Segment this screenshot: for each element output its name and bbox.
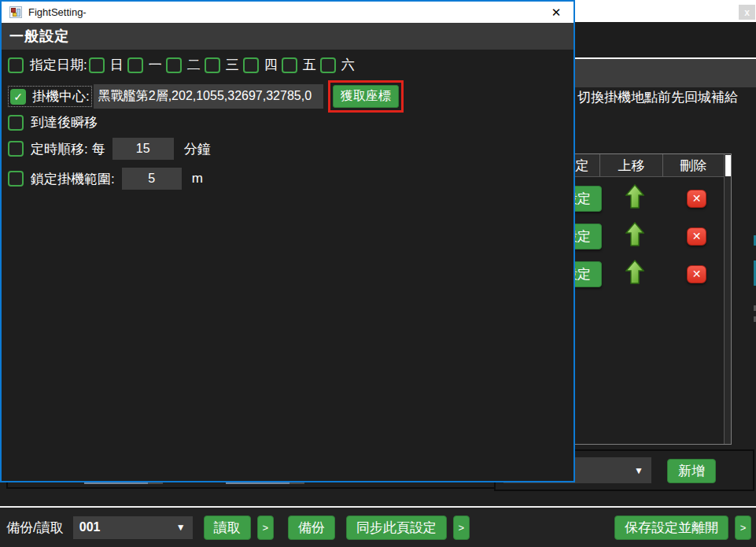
teleport-after-arrival-checkbox[interactable] — [8, 115, 24, 131]
groupbox-bottom-border — [6, 487, 494, 489]
lock-range-input[interactable] — [122, 168, 182, 190]
fight-setting-dialog: FightSetting- ✕ 一般設定 指定日期: 日 一 二 三 四 五 六 — [0, 0, 575, 482]
day-sun-checkbox[interactable] — [89, 57, 105, 73]
specify-date-row: 指定日期: 日 一 二 三 四 五 六 — [8, 56, 355, 74]
backup-read-label: 備份/讀取 — [6, 519, 64, 537]
move-up-icon[interactable] — [625, 184, 644, 213]
day-tue-label: 二 — [187, 56, 201, 74]
dialog-titlebar[interactable]: FightSetting- ✕ — [2, 2, 573, 23]
save-and-exit-button[interactable]: 保存設定並離開 — [614, 516, 728, 540]
sync-page-settings-button[interactable]: 同步此頁設定 — [346, 516, 447, 540]
get-coordinates-button[interactable]: 獲取座標 — [333, 85, 399, 108]
day-sat-label: 六 — [341, 56, 355, 74]
table-row: 設定 ✕ — [551, 183, 725, 214]
supply-note-label: 切換掛機地點前先回城補給 — [577, 88, 738, 106]
timed-move-minutes-input[interactable] — [112, 138, 174, 160]
day-thu-label: 四 — [264, 56, 278, 74]
delete-row-button[interactable]: ✕ — [687, 265, 706, 283]
day-sun-label: 日 — [110, 56, 124, 74]
day-wed-checkbox[interactable] — [205, 57, 220, 73]
hangup-center-checkbox[interactable]: ✓ — [10, 89, 26, 105]
background-close-button[interactable]: x — [739, 5, 755, 20]
hangup-center-label: 掛機中心: — [32, 87, 90, 105]
hangup-center-checkbox-group: ✓ 掛機中心: — [8, 86, 92, 107]
lock-range-label: 鎖定掛機範圍: — [31, 170, 115, 188]
lock-range-checkbox[interactable] — [8, 171, 24, 187]
lock-range-suffix: m — [192, 171, 203, 187]
app-form-icon — [9, 6, 22, 18]
day-sat-checkbox[interactable] — [320, 57, 336, 73]
day-fri-checkbox[interactable] — [282, 57, 297, 73]
column-header-delete: 刪除 — [663, 154, 724, 176]
timed-move-label: 定時順移: — [31, 140, 88, 158]
column-header-move-up: 上移 — [600, 154, 663, 176]
profile-dropdown[interactable]: 001 ▼ — [73, 516, 193, 539]
delete-row-button[interactable]: ✕ — [687, 190, 706, 208]
read-button[interactable]: 讀取 — [204, 516, 251, 540]
dialog-title: FightSetting- — [28, 6, 87, 18]
delete-row-button[interactable]: ✕ — [687, 227, 706, 246]
save-more-button[interactable]: > — [735, 516, 751, 540]
lock-range-row: 鎖定掛機範圍: m — [8, 168, 203, 190]
timed-move-checkbox[interactable] — [8, 141, 24, 157]
specify-date-checkbox[interactable] — [8, 57, 24, 73]
scrollbar-thumb[interactable] — [725, 155, 731, 176]
day-wed-label: 三 — [226, 56, 239, 74]
specify-date-label: 指定日期: — [30, 56, 87, 74]
hangup-points-table: 設定 上移 刪除 設定 ✕ 設定 — [551, 153, 732, 445]
sync-more-button[interactable]: > — [453, 516, 470, 540]
annotation-highlight-box: 獲取座標 — [328, 80, 404, 113]
move-up-icon[interactable] — [625, 260, 644, 288]
bottom-action-bar: 備份/讀取 001 ▼ 讀取 > 備份 同步此頁設定 > 保存設定並離開 > — [0, 508, 756, 547]
timed-move-suffix: 分鐘 — [184, 140, 211, 158]
hangup-center-row: ✓ 掛機中心: 獲取座標 — [8, 80, 404, 113]
backup-button[interactable]: 備份 — [288, 516, 335, 540]
add-button[interactable]: 新增 — [667, 459, 716, 483]
screen: x 切換掛機地點前先回城補給 設定 上移 刪除 設定 — [0, 0, 756, 547]
chevron-down-icon: ▼ — [176, 522, 186, 533]
table-row: 設定 ✕ — [551, 220, 725, 252]
close-icon[interactable]: ✕ — [547, 6, 566, 20]
teleport-after-arrival-row: 到達後瞬移 — [8, 113, 98, 131]
table-scrollbar[interactable] — [724, 154, 731, 444]
read-more-button[interactable]: > — [257, 516, 274, 540]
hangup-center-input[interactable] — [94, 84, 323, 109]
day-mon-label: 一 — [149, 56, 162, 74]
groupbox-left-border — [6, 482, 8, 489]
day-mon-checkbox[interactable] — [127, 57, 143, 73]
teleport-after-arrival-label: 到達後瞬移 — [31, 113, 98, 131]
table-header-row: 設定 上移 刪除 — [551, 154, 731, 177]
profile-dropdown-value: 001 — [79, 520, 101, 534]
table-row: 設定 ✕ — [551, 258, 725, 290]
day-fri-label: 五 — [303, 56, 316, 74]
timed-move-prefix: 每 — [92, 140, 105, 158]
timed-move-row: 定時順移: 每 分鐘 — [8, 138, 211, 160]
day-thu-checkbox[interactable] — [243, 57, 259, 73]
chevron-down-icon: ▼ — [634, 465, 644, 476]
move-up-icon[interactable] — [625, 222, 644, 250]
day-tue-checkbox[interactable] — [166, 57, 182, 73]
section-header: 一般設定 — [2, 23, 573, 50]
